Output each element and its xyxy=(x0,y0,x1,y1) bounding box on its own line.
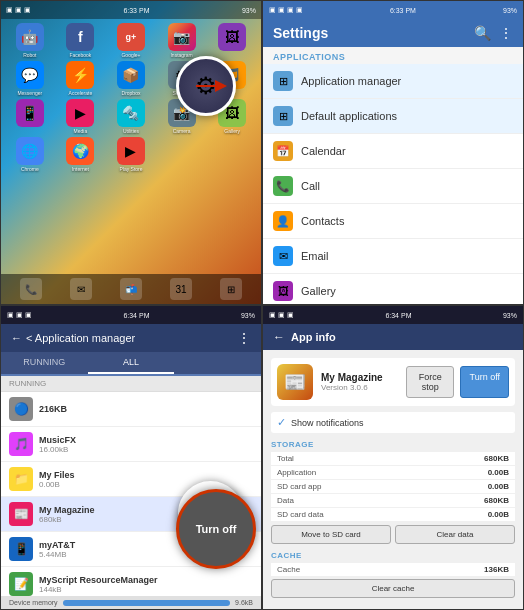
app-info-title: App info xyxy=(291,331,336,343)
settings-item-gallery[interactable]: 🖼 Gallery xyxy=(263,274,523,305)
sdcarddata-label: SD card data xyxy=(277,510,324,519)
settings-item-email[interactable]: ✉ Email xyxy=(263,239,523,274)
app-tabs: RUNNING ALL xyxy=(1,352,261,376)
calendar-icon: 📅 xyxy=(273,141,293,161)
home-status-icons: ▣ ▣ ▣ xyxy=(6,6,31,14)
app-list-item-musicfx[interactable]: 🎵 MusicFX 16.00kB xyxy=(1,427,261,462)
cache-section-label: CACHE xyxy=(271,548,515,563)
app-manager-menu-icon[interactable]: ⋮ xyxy=(237,330,251,346)
app-googleplus-label: Google+ xyxy=(121,52,140,58)
app-facebook[interactable]: f Facebook xyxy=(57,23,105,58)
app-216kb-info: 216KB xyxy=(39,404,253,414)
data-value: 680KB xyxy=(484,496,509,505)
settings-item-app-manager[interactable]: ⊞ Application manager xyxy=(263,64,523,99)
app-instagram-label: Instagram xyxy=(170,52,192,58)
app-info-time: 6:34 PM xyxy=(385,312,411,319)
gallery-icon: 🖼 xyxy=(273,281,293,301)
bottom-phone[interactable]: 📞 xyxy=(20,278,42,300)
notifications-label: Show notifications xyxy=(291,418,364,428)
app-instagram[interactable]: 📷 Instagram xyxy=(158,23,206,58)
mymagazine-icon: 📰 xyxy=(9,502,33,526)
bottom-messaging[interactable]: ✉ xyxy=(70,278,92,300)
app-media[interactable]: ▶ Media xyxy=(57,99,105,134)
app-accelerate[interactable]: ⚡ Accelerate xyxy=(57,61,105,96)
app-info-body: 📰 My Magazine Version 3.0.6 Force stop T… xyxy=(263,350,523,606)
total-value: 680KB xyxy=(484,454,509,463)
settings-item-call[interactable]: 📞 Call xyxy=(263,169,523,204)
storage-row-application: Application 0.00B xyxy=(271,466,515,480)
app-camera-label: Camera xyxy=(173,128,191,134)
app-utilities-icon: 🔩 xyxy=(117,99,145,127)
email-label: Email xyxy=(301,250,329,262)
cache-value-row: Cache 136KB xyxy=(271,563,515,576)
back-label: < Application manager xyxy=(26,332,135,344)
app-info-status-bar: ▣ ▣ ▣ 6:34 PM 93% xyxy=(263,306,523,324)
app-instagram-icon: 📷 xyxy=(168,23,196,51)
home-bottom-bar: 📞 ✉ 📬 31 ⊞ xyxy=(1,274,261,304)
musicfx-name: MusicFX xyxy=(39,435,253,445)
app-dropbox-icon: 📦 xyxy=(117,61,145,89)
app-messenger-label: Messenger xyxy=(17,90,42,96)
app-info-app-icon: 📰 xyxy=(277,364,313,400)
app-info-back-icon[interactable]: ← xyxy=(273,330,285,344)
application-label: Application xyxy=(277,468,316,477)
settings-circle[interactable]: ⚙ xyxy=(176,56,236,116)
applications-section-label: APPLICATIONS xyxy=(263,47,523,64)
force-stop-button[interactable]: Force stop xyxy=(406,366,455,398)
menu-icon[interactable]: ⋮ xyxy=(499,25,513,41)
search-icon[interactable]: 🔍 xyxy=(474,25,491,41)
tab-running[interactable]: RUNNING xyxy=(1,352,88,374)
app-googleplus[interactable]: g+ Google+ xyxy=(107,23,155,58)
app-list-item-216kb[interactable]: 🔵 216KB xyxy=(1,392,261,427)
app-dropbox[interactable]: 📦 Dropbox xyxy=(107,61,155,96)
notifications-row[interactable]: ✓ Show notifications xyxy=(271,412,515,433)
turn-off-button[interactable]: Turn off xyxy=(460,366,509,398)
move-to-sd-button[interactable]: Move to SD card xyxy=(271,525,391,544)
tab-other[interactable] xyxy=(174,352,261,374)
app-playstore[interactable]: ▶ Play Store xyxy=(107,137,155,172)
total-label: Total xyxy=(277,454,294,463)
app-messenger[interactable]: 💬 Messenger xyxy=(6,61,54,96)
bottom-apps[interactable]: ⊞ xyxy=(220,278,242,300)
settings-battery: 93% xyxy=(503,7,517,14)
bottom-calendar[interactable]: 31 xyxy=(170,278,192,300)
settings-header-icons: 🔍 ⋮ xyxy=(474,25,513,41)
email-icon: ✉ xyxy=(273,246,293,266)
tab-all[interactable]: ALL xyxy=(88,352,175,374)
settings-title: Settings xyxy=(273,25,328,41)
app-inst2-icon: 🖼 xyxy=(218,23,246,51)
settings-header: Settings 🔍 ⋮ xyxy=(263,19,523,47)
app-internet[interactable]: 🌍 Internet xyxy=(57,137,105,172)
settings-item-default-apps[interactable]: ⊞ Default applications xyxy=(263,99,523,134)
app-phone2[interactable]: 📱 xyxy=(6,99,54,134)
clear-cache-button[interactable]: Clear cache xyxy=(271,579,515,598)
sdcarddata-value: 0.00B xyxy=(488,510,509,519)
clear-data-button[interactable]: Clear data xyxy=(395,525,515,544)
app-utilities[interactable]: 🔩 Utilities xyxy=(107,99,155,134)
myscript-size: 144kB xyxy=(39,585,253,594)
status-bar-home: ▣ ▣ ▣ 6:33 PM 93% xyxy=(1,1,261,19)
settings-status-icons: ▣ ▣ ▣ ▣ xyxy=(269,6,303,14)
app-info-battery: 93% xyxy=(503,312,517,319)
calendar-label: Calendar xyxy=(301,145,346,157)
settings-panel: ▣ ▣ ▣ ▣ 6:33 PM 93% Settings 🔍 ⋮ APPLICA… xyxy=(262,0,524,305)
app-utilities-label: Utilities xyxy=(123,128,139,134)
app-inst2[interactable]: 🖼 xyxy=(208,23,256,58)
back-button[interactable]: ← < Application manager xyxy=(11,332,135,344)
settings-item-calendar[interactable]: 📅 Calendar xyxy=(263,134,523,169)
cache-label: Cache xyxy=(277,565,300,574)
settings-item-contacts[interactable]: 👤 Contacts xyxy=(263,204,523,239)
app-mgr-time: 6:34 PM xyxy=(123,312,149,319)
app-gallery-label: Gallery xyxy=(224,128,240,134)
bottom-mailbox[interactable]: 📬 xyxy=(120,278,142,300)
default-apps-icon: ⊞ xyxy=(273,106,293,126)
app-robot[interactable]: 🤖 Robot xyxy=(6,23,54,58)
app-facebook-label: Facebook xyxy=(69,52,91,58)
contacts-label: Contacts xyxy=(301,215,344,227)
storage-actions: Move to SD card Clear data xyxy=(271,525,515,544)
app-dropbox-label: Dropbox xyxy=(122,90,141,96)
app-chrome[interactable]: 🌐 Chrome xyxy=(6,137,54,172)
memory-value: 9.6kB xyxy=(235,599,253,606)
app-googleplus-icon: g+ xyxy=(117,23,145,51)
sdcardapp-value: 0.00B xyxy=(488,482,509,491)
